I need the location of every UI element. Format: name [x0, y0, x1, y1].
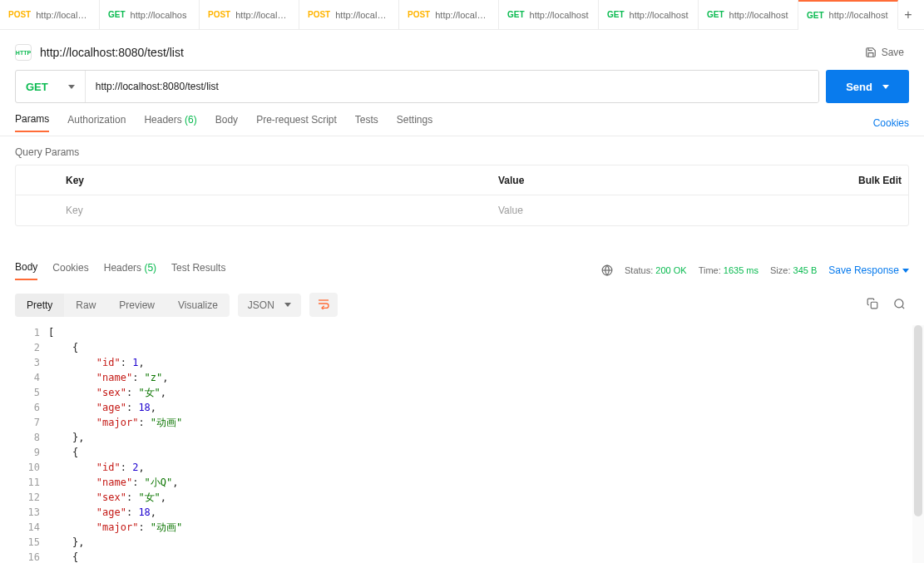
- tab-method: POST: [308, 10, 330, 19]
- qp-value-header: Value: [488, 175, 848, 186]
- request-tab[interactable]: POSThttp://localhos: [299, 0, 399, 29]
- format-select[interactable]: JSON: [238, 294, 301, 317]
- qp-key-header: Key: [56, 175, 488, 186]
- tab-headers-label: Headers: [144, 114, 181, 126]
- url-box: GET: [15, 70, 819, 103]
- tab-label: http://localhos: [235, 10, 290, 20]
- request-tabs: POSThttp://localhosGEThttp://localhosPOS…: [0, 0, 924, 30]
- tab-params[interactable]: Params: [15, 113, 49, 132]
- format-value: JSON: [248, 299, 274, 311]
- http-icon: HTTP: [15, 44, 32, 61]
- rtab-test-results[interactable]: Test Results: [171, 262, 225, 279]
- tab-method: GET: [607, 10, 625, 19]
- response-body: 12345678910111213141516 [ { "id": 1, "na…: [0, 325, 924, 563]
- svg-point-4: [895, 299, 903, 307]
- chevron-down-icon: [284, 303, 291, 307]
- query-params-row[interactable]: Key Value: [16, 195, 908, 225]
- qp-value-input[interactable]: Value: [488, 205, 848, 216]
- rtab-cookies[interactable]: Cookies: [52, 262, 88, 279]
- tab-label: http://localhost: [829, 10, 888, 20]
- request-tab[interactable]: POSThttp://localhos: [399, 0, 499, 29]
- tab-headers[interactable]: Headers (6): [144, 114, 196, 131]
- view-raw[interactable]: Raw: [64, 294, 107, 317]
- page-title: http://localhost:8080/test/list: [40, 46, 184, 59]
- line-numbers: 12345678910111213141516: [15, 325, 48, 563]
- view-visualize[interactable]: Visualize: [166, 294, 230, 317]
- tab-label: http://localhos: [36, 10, 91, 20]
- url-row: GET Send: [0, 70, 924, 103]
- tab-prerequest[interactable]: Pre-request Script: [256, 114, 337, 131]
- rtab-headers[interactable]: Headers (5): [104, 262, 156, 279]
- tab-label: http://localhos: [435, 10, 490, 20]
- query-params-head: Key Value Bulk Edit: [16, 165, 908, 195]
- request-tab[interactable]: GEThttp://localhost: [499, 0, 599, 29]
- title-bar: HTTP http://localhost:8080/test/list Sav…: [0, 30, 924, 70]
- search-icon: [893, 298, 906, 310]
- request-tab[interactable]: POSThttp://localhos: [200, 0, 299, 29]
- save-response-button[interactable]: Save Response: [828, 264, 909, 276]
- rtab-headers-count: (5): [144, 262, 156, 274]
- view-toolbar: Pretty Raw Preview Visualize JSON: [0, 284, 924, 325]
- cookies-link[interactable]: Cookies: [873, 117, 909, 129]
- bulk-edit-button[interactable]: Bulk Edit: [848, 175, 908, 186]
- tab-method: POST: [408, 10, 430, 19]
- new-tab-button[interactable]: +: [898, 0, 918, 29]
- send-button[interactable]: Send: [826, 70, 909, 103]
- request-subtabs: Params Authorization Headers (6) Body Pr…: [0, 110, 924, 136]
- send-label: Send: [846, 81, 872, 93]
- svg-rect-3: [871, 302, 877, 309]
- scrollbar-thumb[interactable]: [914, 325, 922, 516]
- tab-label: http://localhost: [729, 10, 788, 20]
- scrollbar[interactable]: [912, 325, 924, 563]
- view-preview[interactable]: Preview: [107, 294, 166, 317]
- tab-body[interactable]: Body: [215, 114, 238, 131]
- rtab-headers-label: Headers: [104, 262, 141, 274]
- size-value: 345 B: [793, 265, 818, 275]
- globe-icon[interactable]: [601, 264, 613, 276]
- tab-method: GET: [807, 11, 824, 20]
- copy-button[interactable]: [863, 294, 882, 315]
- method-select[interactable]: GET: [16, 71, 86, 102]
- request-tab[interactable]: GEThttp://localhost: [798, 0, 898, 30]
- size-label: Size: 345 B: [770, 265, 817, 275]
- tab-method: GET: [507, 10, 525, 19]
- tab-label: http://localhos: [131, 10, 187, 20]
- tab-method: GET: [108, 10, 126, 19]
- chevron-down-icon: [902, 269, 909, 273]
- qp-key-input[interactable]: Key: [56, 205, 488, 216]
- wrap-icon: [317, 298, 330, 309]
- request-tab[interactable]: GEThttp://localhos: [100, 0, 200, 29]
- method-value: GET: [26, 81, 48, 93]
- tab-label: http://localhost: [530, 10, 589, 20]
- tab-method: GET: [707, 10, 724, 19]
- response-tabs: Body Cookies Headers (5) Test Results St…: [0, 256, 924, 284]
- save-label: Save: [882, 47, 904, 58]
- tab-settings[interactable]: Settings: [397, 114, 432, 131]
- tab-tests[interactable]: Tests: [355, 114, 378, 131]
- tab-label: http://localhost: [630, 10, 689, 20]
- wrap-lines-button[interactable]: [309, 293, 338, 317]
- request-tab[interactable]: POSThttp://localhos: [0, 0, 100, 29]
- search-button[interactable]: [890, 294, 909, 316]
- tab-method: POST: [8, 10, 31, 19]
- rtab-body[interactable]: Body: [15, 261, 37, 280]
- save-icon: [865, 47, 877, 58]
- copy-icon: [867, 298, 878, 309]
- chevron-down-icon: [882, 85, 889, 89]
- view-pretty[interactable]: Pretty: [15, 294, 64, 317]
- response-meta: Status: 200 OK Time: 1635 ms Size: 345 B: [601, 264, 817, 276]
- time-label: Time: 1635 ms: [699, 265, 758, 275]
- tab-authorization[interactable]: Authorization: [67, 114, 126, 131]
- save-button[interactable]: Save: [860, 43, 909, 62]
- code-body[interactable]: [ { "id": 1, "name": "z", "sex": "女", "a…: [48, 325, 909, 563]
- query-params-table: Key Value Bulk Edit Key Value: [15, 165, 909, 226]
- chevron-down-icon: [68, 85, 75, 89]
- status-label: Status: 200 OK: [625, 265, 687, 275]
- request-tab[interactable]: GEThttp://localhost: [599, 0, 699, 29]
- tab-headers-count: (6): [185, 114, 197, 126]
- url-input[interactable]: [86, 71, 818, 102]
- time-value: 1635 ms: [724, 265, 758, 275]
- view-mode-group: Pretty Raw Preview Visualize: [15, 294, 230, 317]
- status-value: 200 OK: [655, 265, 686, 275]
- request-tab[interactable]: GEThttp://localhost: [699, 0, 798, 29]
